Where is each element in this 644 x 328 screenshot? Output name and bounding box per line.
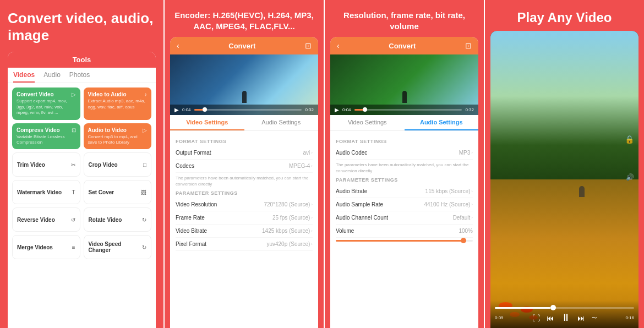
tools-row-2: Compress Video ⊡ Variable Bitrate Lossle…	[12, 123, 151, 150]
volume-slider-track[interactable]	[336, 240, 473, 242]
play-button-2[interactable]: ▶	[174, 107, 179, 113]
tools-grid: Convert Video ▷ Support export mp4, mov,…	[8, 83, 156, 328]
auto-match-note-3: The parameters have been automatically m…	[336, 162, 473, 174]
back-icon-2[interactable]: ‹	[177, 41, 179, 50]
sky-layer	[490, 31, 638, 194]
tab-video-settings-2[interactable]: Video Settings	[170, 115, 244, 130]
panel-4-headline: Play Any Video	[490, 10, 638, 25]
volume-row: Volume 100%	[336, 225, 473, 238]
rewind-button[interactable]: ⏮	[547, 314, 554, 322]
panel-1-headline: Convert video, audio, image	[8, 10, 156, 44]
volume-icon[interactable]: 🔊	[626, 173, 634, 181]
audio-to-video-card[interactable]: Audio to Video ▷ Convert mp3 to mp4, and…	[84, 123, 152, 150]
playbar-2: ▶ 0:04 0:32	[170, 105, 318, 115]
codecs-value[interactable]: MPEG-4 ›	[289, 163, 313, 169]
convert-video-sub: Support export mp4, mov, 3gp, 3g2, asf, …	[17, 99, 76, 116]
panel-2: Encoder: H.265(HEVC), H.264, MP3, AAC, M…	[165, 0, 324, 328]
player-progress-dot	[550, 305, 556, 310]
player-time-total: 0:16	[625, 315, 634, 320]
frame-rate-label: Frame Rate	[176, 215, 205, 221]
player-progress[interactable]	[495, 307, 634, 309]
section-parameter-2: PARAMETER SETTINGS	[176, 190, 313, 196]
player-progress-fill	[495, 307, 550, 309]
rotate-video-card[interactable]: Rotate Video ↻	[84, 207, 152, 232]
merge-videos-card[interactable]: Merge Videos ≡	[12, 235, 80, 259]
convert-video-card[interactable]: Convert Video ▷ Support export mp4, mov,…	[12, 88, 80, 119]
video-resolution-row: Video Resolution 720*1280 (Source) ›	[176, 198, 313, 211]
export-icon-3[interactable]: ⊡	[465, 41, 472, 50]
audio-bitrate-value[interactable]: 115 kbps (Source) ›	[425, 188, 473, 194]
waveform-icon[interactable]: 〜	[592, 314, 597, 322]
watermark-video-card[interactable]: Watermark Video T	[12, 180, 80, 204]
rotate-video-title: Rotate Video	[89, 217, 122, 223]
volume-value: 100%	[459, 228, 473, 234]
time-start-3: 0:04	[342, 107, 351, 112]
compress-video-title: Compress Video	[17, 127, 60, 133]
section-format-2: FORMAT SETTINGS	[176, 139, 313, 144]
reverse-video-card[interactable]: Reverse Video ↺	[12, 207, 80, 232]
player-buttons: ⛶ ⏮ ⏸ ⏭ 〜	[532, 312, 597, 324]
progress-dot-3	[363, 107, 367, 112]
fullscreen-icon[interactable]: ⛶	[532, 314, 540, 322]
time-start-2: 0:04	[182, 107, 191, 112]
audio-bitrate-row: Audio Bitrate 115 kbps (Source) ›	[336, 185, 473, 198]
settings-tabs-2: Video Settings Audio Settings	[170, 115, 318, 131]
pause-button[interactable]: ⏸	[561, 312, 571, 324]
trim-video-card[interactable]: Trim Video ✂	[12, 152, 80, 177]
volume-slider-row	[336, 238, 473, 244]
audio-to-video-icon: ▷	[143, 127, 147, 133]
compress-video-sub: Variable Bitrate Lossless Compression	[17, 134, 76, 146]
section-parameter-3: PARAMETER SETTINGS	[336, 177, 473, 183]
audio-codec-value[interactable]: MP3 ›	[459, 150, 473, 156]
figure-silhouette	[242, 91, 247, 103]
playbar-3: ▶ 0:04 0:32	[330, 105, 478, 115]
output-format-value[interactable]: avi ›	[303, 150, 313, 156]
volume-slider-thumb[interactable]	[461, 238, 466, 243]
video-to-audio-card[interactable]: Video to Audio ♪ Extract Audio mp3, aac,…	[84, 88, 152, 119]
merge-videos-icon: ≡	[72, 244, 75, 250]
progress-bar-2[interactable]	[194, 109, 302, 111]
tab-audio-settings-2[interactable]: Audio Settings	[244, 115, 319, 130]
set-cover-card[interactable]: Set Cover 🖼	[84, 180, 152, 204]
tools-row-4: Watermark Video T Set Cover 🖼	[12, 180, 151, 204]
compress-video-card[interactable]: Compress Video ⊡ Variable Bitrate Lossle…	[12, 123, 80, 150]
tab-videos[interactable]: Videos	[13, 71, 35, 83]
settings-content-3: FORMAT SETTINGS Audio Codec MP3 › The pa…	[330, 131, 478, 328]
forward-button[interactable]: ⏭	[577, 314, 585, 322]
audio-to-video-title: Audio to Video	[88, 127, 127, 133]
play-button-3[interactable]: ▶	[335, 107, 339, 113]
video-resolution-value[interactable]: 720*1280 (Source) ›	[264, 201, 313, 207]
frame-rate-value[interactable]: 25 fps (Source) ›	[272, 215, 313, 221]
back-icon-3[interactable]: ‹	[337, 41, 340, 50]
video-to-audio-title: Video to Audio	[88, 91, 127, 97]
audio-sample-rate-value[interactable]: 44100 Hz (Source) ›	[424, 201, 473, 207]
pixel-format-label: Pixel Format	[176, 241, 206, 247]
tab-audio[interactable]: Audio	[43, 71, 61, 83]
video-bitrate-label: Video Bitrate	[176, 228, 207, 234]
video-bitrate-value[interactable]: 1425 kbps (Source) ›	[262, 228, 313, 234]
progress-bar-3[interactable]	[354, 109, 462, 111]
time-end-3: 0:32	[465, 107, 474, 112]
pixel-format-value[interactable]: yuv420p (Source) ›	[266, 241, 313, 247]
panel-3: Resolution, frame rate, bit rate, volume…	[325, 0, 484, 328]
speed-changer-card[interactable]: Video Speed Changer ↻	[84, 235, 152, 259]
output-format-row: Output Format avi ›	[176, 146, 313, 160]
lock-icon[interactable]: 🔒	[625, 135, 634, 144]
crop-video-card[interactable]: Crop Video □	[84, 152, 152, 177]
tab-row: Videos Audio Photos	[8, 68, 156, 83]
audio-channel-value[interactable]: Default ›	[453, 215, 473, 221]
phone-ui-1: Tools Videos Audio Photos Convert Video …	[8, 52, 156, 328]
tab-video-settings-3[interactable]: Video Settings	[330, 115, 405, 130]
pixel-format-row: Pixel Format yuv420p (Source) ›	[176, 238, 313, 251]
speed-changer-title: Video Speed Changer	[89, 241, 139, 253]
audio-sample-rate-label: Audio Sample Rate	[336, 201, 383, 207]
tab-photos[interactable]: Photos	[69, 71, 90, 83]
tools-row-6: Merge Videos ≡ Video Speed Changer ↻	[12, 235, 151, 259]
export-icon-2[interactable]: ⊡	[305, 41, 312, 50]
reverse-video-icon: ↺	[71, 217, 75, 223]
tools-header: Tools	[8, 52, 156, 68]
video-preview-2: ▶ 0:04 0:32	[170, 54, 318, 115]
tab-audio-settings-3[interactable]: Audio Settings	[405, 115, 479, 130]
person-silhouette	[579, 186, 585, 197]
video-overlay-controls: 0:09 ⛶ ⏮ ⏸ ⏭ 〜 0:16	[490, 300, 638, 328]
